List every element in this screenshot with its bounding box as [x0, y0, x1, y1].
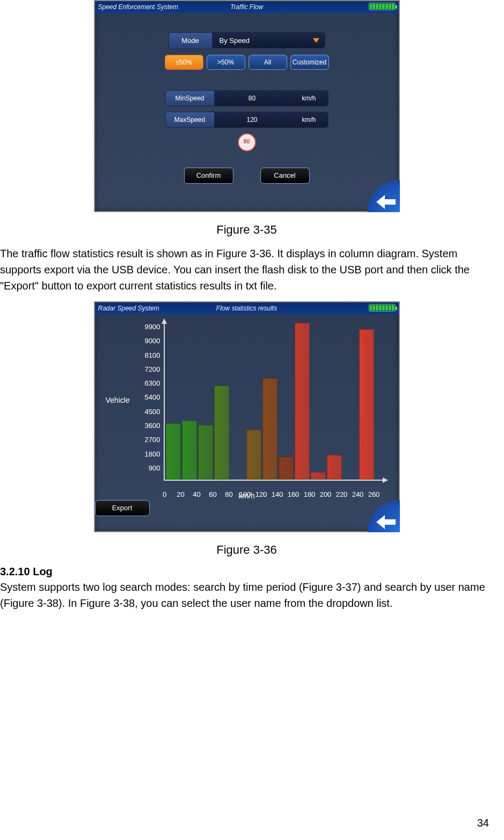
- bar: [279, 457, 294, 480]
- y-tick: 900: [137, 465, 160, 479]
- section-number: 3.2.10: [0, 566, 30, 577]
- battery-icon-2: [369, 304, 396, 312]
- bar: [262, 378, 277, 480]
- speed-badge: 80: [238, 133, 256, 151]
- bar: [214, 386, 229, 480]
- y-tick: 9000: [137, 338, 160, 352]
- bar: [182, 421, 197, 480]
- figure-caption-2: Figure 3-36: [0, 543, 493, 557]
- y-tick: 9900: [137, 324, 160, 338]
- filter-gt50-button[interactable]: >50%: [207, 55, 245, 70]
- mode-value: By Speed: [220, 37, 250, 45]
- bar: [246, 430, 261, 480]
- bar: [327, 455, 342, 480]
- minspeed-label: MinSpeed: [165, 90, 215, 106]
- bar-chart: Vehicle 99009000810072006300540045003600…: [108, 321, 386, 498]
- plot-area: [164, 324, 383, 481]
- filter-customized-button[interactable]: Customized: [290, 55, 329, 70]
- bar: [166, 423, 181, 480]
- cancel-button[interactable]: Cancel: [260, 168, 310, 184]
- back-arrow-icon[interactable]: [368, 180, 400, 212]
- bar: [198, 425, 213, 480]
- y-tick: 7200: [137, 366, 160, 380]
- flow-statistics-screen: Radar Speed System Flow statistics resul…: [94, 301, 400, 532]
- maxspeed-unit: km/h: [290, 112, 328, 128]
- paragraph-1: The traffic flow statistics result is sh…: [0, 245, 493, 294]
- y-tick: 1800: [137, 451, 160, 465]
- axis-arrow-up-icon: [162, 318, 167, 324]
- y-tick: 3600: [137, 423, 160, 437]
- section-heading: 3.2.10 Log: [0, 566, 493, 578]
- minspeed-input[interactable]: 80: [215, 90, 290, 106]
- title-bar-2: Radar Speed System Flow statistics resul…: [95, 302, 399, 314]
- y-tick: 5400: [137, 394, 160, 408]
- traffic-flow-screen: Speed Enforcement System Traffic Flow Mo…: [94, 0, 400, 212]
- mode-label: Mode: [169, 32, 213, 49]
- mode-dropdown[interactable]: By Speed: [213, 32, 325, 48]
- export-button[interactable]: Export: [95, 500, 150, 516]
- app-title-2: Radar Speed System: [98, 305, 159, 312]
- maxspeed-label: MaxSpeed: [165, 112, 215, 128]
- battery-icon: [369, 3, 396, 10]
- minspeed-unit: km/h: [290, 90, 328, 106]
- maxspeed-input[interactable]: 120: [215, 112, 290, 128]
- axis-arrow-right-icon: [383, 477, 388, 483]
- bar: [359, 329, 374, 480]
- y-tick: 8100: [137, 352, 160, 366]
- y-tick: 6300: [137, 380, 160, 394]
- filter-all-button[interactable]: All: [249, 55, 287, 70]
- x-axis-label: km/h: [108, 491, 386, 500]
- bar: [311, 472, 326, 480]
- chevron-down-icon: [313, 38, 319, 43]
- confirm-button[interactable]: Confirm: [184, 168, 233, 184]
- y-tick: 2700: [137, 437, 160, 451]
- figure-caption-1: Figure 3-35: [0, 223, 493, 237]
- section-title: Log: [33, 566, 53, 577]
- paragraph-2: System supports two log search modes: se…: [0, 579, 493, 611]
- y-axis-label: Vehicle: [106, 396, 130, 404]
- filter-lte50-button[interactable]: ≤50%: [165, 55, 203, 70]
- bar: [295, 323, 310, 480]
- y-ticks: 9900900081007200630054004500360027001800…: [137, 324, 160, 479]
- title-bar: Speed Enforcement System Traffic Flow: [95, 1, 399, 13]
- app-title: Speed Enforcement System: [98, 3, 178, 11]
- y-tick: 4500: [137, 409, 160, 423]
- page-number: 34: [477, 817, 489, 829]
